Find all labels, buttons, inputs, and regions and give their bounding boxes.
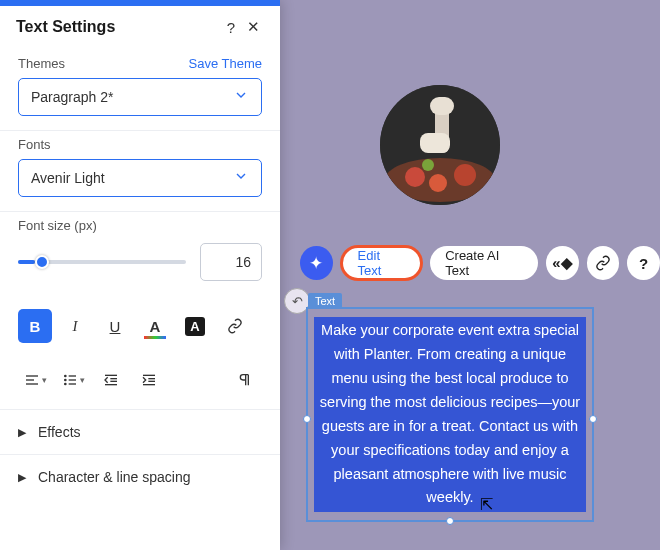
effects-accordion[interactable]: ▶ Effects: [0, 410, 280, 455]
caret-right-icon: ▶: [18, 471, 26, 484]
text-element[interactable]: Make your corporate event extra special …: [306, 307, 594, 522]
fontsize-input[interactable]: [200, 243, 262, 281]
ai-sparkle-button[interactable]: ✦: [300, 246, 333, 280]
slider-thumb[interactable]: [35, 255, 49, 269]
list-button[interactable]: ▾: [56, 365, 90, 395]
char-label: Character & line spacing: [38, 469, 191, 485]
fonts-value: Avenir Light: [31, 170, 233, 186]
svg-rect-24: [430, 97, 454, 115]
indent-decrease-button[interactable]: [94, 365, 128, 395]
svg-point-21: [454, 164, 476, 186]
char-spacing-accordion[interactable]: ▶ Character & line spacing: [0, 455, 280, 499]
resize-handle-left[interactable]: [303, 415, 311, 423]
fontsize-label: Font size (px): [18, 218, 97, 233]
bold-button[interactable]: B: [18, 309, 52, 343]
italic-button[interactable]: I: [58, 309, 92, 343]
slider-fill: [18, 260, 35, 264]
svg-point-4: [64, 379, 65, 380]
resize-handle-bottom[interactable]: [446, 517, 454, 525]
create-ai-text-button[interactable]: Create AI Text: [430, 246, 538, 280]
themes-select[interactable]: Paragraph 2*: [18, 78, 262, 116]
resize-handle-right[interactable]: [589, 415, 597, 423]
underline-button[interactable]: U: [98, 309, 132, 343]
save-theme-link[interactable]: Save Theme: [189, 56, 262, 71]
chevron-down-icon: [233, 168, 249, 188]
format-row: B I U A A: [0, 295, 280, 357]
align-button[interactable]: ▾: [18, 365, 52, 395]
effects-label: Effects: [38, 424, 81, 440]
text-content[interactable]: Make your corporate event extra special …: [314, 317, 586, 512]
link-button[interactable]: [218, 309, 252, 343]
panel-title: Text Settings: [16, 18, 220, 36]
element-toolbar: ✦ Edit Text Create AI Text «◆ ?: [300, 246, 660, 280]
svg-point-5: [64, 383, 65, 384]
text-direction-button[interactable]: [228, 365, 262, 395]
themes-value: Paragraph 2*: [31, 89, 233, 105]
themes-label: Themes: [18, 56, 65, 71]
help-button[interactable]: ?: [627, 246, 660, 280]
svg-point-20: [429, 174, 447, 192]
sparkle-icon: ✦: [309, 253, 323, 274]
text-color-button[interactable]: A: [138, 309, 172, 343]
chevron-down-icon: [233, 87, 249, 107]
svg-point-19: [405, 167, 425, 187]
fontsize-section: Font size (px): [0, 212, 280, 295]
text-settings-panel: Text Settings ? ✕ Themes Save Theme Para…: [0, 0, 280, 550]
edit-text-button[interactable]: Edit Text: [341, 246, 423, 280]
fontsize-slider[interactable]: [18, 260, 186, 264]
themes-section: Themes Save Theme Paragraph 2*: [0, 50, 280, 131]
animation-button[interactable]: «◆: [546, 246, 579, 280]
fonts-select[interactable]: Avenir Light: [18, 159, 262, 197]
highlight-button[interactable]: A: [178, 309, 212, 343]
svg-point-22: [422, 159, 434, 171]
element-link-button[interactable]: [587, 246, 620, 280]
close-icon[interactable]: ✕: [242, 18, 264, 36]
paragraph-row: ▾ ▾: [0, 357, 280, 410]
fonts-label: Fonts: [18, 137, 51, 152]
indent-increase-button[interactable]: [132, 365, 166, 395]
svg-rect-25: [420, 133, 450, 153]
cursor-icon: ⇱: [480, 495, 493, 514]
help-icon[interactable]: ?: [220, 19, 242, 36]
caret-right-icon: ▶: [18, 426, 26, 439]
editor-canvas[interactable]: ✦ Edit Text Create AI Text «◆ ? ↶ Text M…: [280, 0, 660, 550]
avatar-image[interactable]: [380, 85, 500, 205]
panel-header: Text Settings ? ✕: [0, 6, 280, 50]
svg-point-3: [64, 375, 65, 376]
fonts-section: Fonts Avenir Light: [0, 131, 280, 212]
